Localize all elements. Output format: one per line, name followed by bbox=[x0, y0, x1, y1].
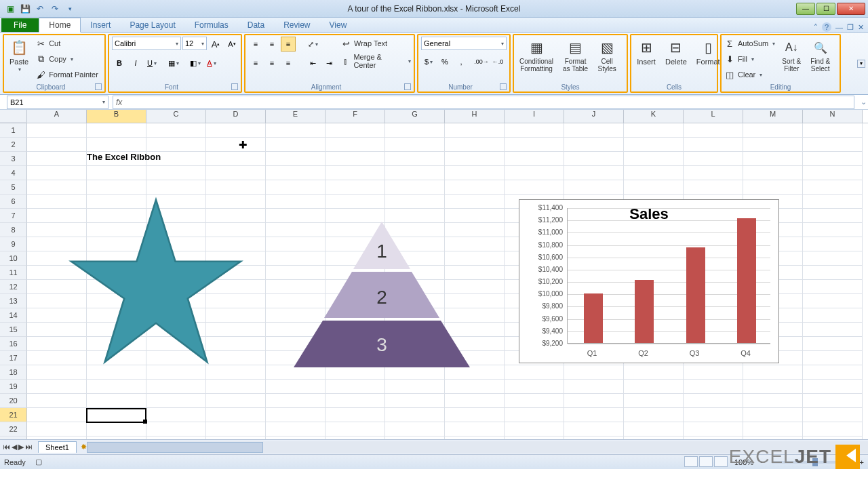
workbook-minimize-icon[interactable]: — bbox=[835, 23, 843, 31]
close-button[interactable]: ✕ bbox=[837, 3, 865, 15]
maximize-button[interactable]: ☐ bbox=[816, 3, 835, 15]
row-header-13[interactable]: 13 bbox=[0, 294, 27, 308]
clear-button[interactable]: ◫Clear▾ bbox=[724, 68, 775, 81]
align-center-button[interactable]: ≡ bbox=[264, 56, 279, 70]
column-header-A[interactable]: A bbox=[27, 110, 87, 123]
tab-data[interactable]: Data bbox=[238, 18, 274, 32]
expand-formula-bar[interactable]: ⌄ bbox=[859, 98, 868, 106]
view-buttons[interactable] bbox=[683, 456, 728, 468]
copy-button[interactable]: ⧉Copy▾ bbox=[35, 52, 98, 66]
row-header-18[interactable]: 18 bbox=[0, 365, 27, 380]
column-header-L[interactable]: L bbox=[684, 110, 743, 123]
sort-filter-button[interactable]: A↓Sort & Filter bbox=[779, 37, 804, 74]
grow-font-button[interactable]: A▴ bbox=[208, 37, 223, 52]
align-bottom-button[interactable]: ≡ bbox=[281, 37, 296, 52]
tab-formulas[interactable]: Formulas bbox=[185, 18, 238, 32]
column-header-H[interactable]: H bbox=[445, 110, 505, 123]
new-sheet-icon[interactable]: ✸ bbox=[81, 443, 87, 451]
sheet-nav-next[interactable]: ▶ bbox=[18, 443, 24, 451]
percent-format-button[interactable]: % bbox=[437, 54, 452, 69]
row-header-8[interactable]: 8 bbox=[0, 223, 27, 237]
bold-button[interactable]: B bbox=[112, 56, 127, 70]
tab-insert[interactable]: Insert bbox=[81, 18, 120, 32]
sheet-nav-first[interactable]: ⏮ bbox=[3, 443, 10, 451]
minimize-ribbon-icon[interactable]: ˄ bbox=[814, 23, 818, 32]
column-header-N[interactable]: N bbox=[803, 110, 863, 123]
decrease-indent-button[interactable]: ⇤ bbox=[305, 56, 320, 70]
orientation-button[interactable]: ⤢▾ bbox=[305, 37, 320, 52]
row-header-15[interactable]: 15 bbox=[0, 323, 27, 337]
dialog-launcher-alignment[interactable] bbox=[404, 83, 411, 90]
tab-view[interactable]: View bbox=[320, 18, 357, 32]
fill-color-button[interactable]: ◧▾ bbox=[188, 56, 203, 70]
tab-home[interactable]: Home bbox=[39, 18, 81, 33]
dialog-launcher-number[interactable] bbox=[500, 83, 507, 90]
column-header-D[interactable]: D bbox=[206, 110, 266, 123]
zoom-in-button[interactable]: + bbox=[860, 458, 864, 466]
row-header-19[interactable]: 19 bbox=[0, 380, 27, 394]
chart-bar-Q3[interactable] bbox=[686, 247, 705, 343]
row-header-12[interactable]: 12 bbox=[0, 280, 27, 294]
font-size-select[interactable]: 12▾ bbox=[182, 37, 207, 50]
format-cells-button[interactable]: ▯Format bbox=[694, 37, 723, 67]
merge-center-button[interactable]: ⫿Merge & Center▾ bbox=[340, 54, 411, 68]
align-middle-button[interactable]: ≡ bbox=[264, 37, 279, 52]
number-format-select[interactable]: General▾ bbox=[421, 37, 507, 50]
star-shape[interactable] bbox=[54, 195, 258, 371]
row-header-6[interactable]: 6 bbox=[0, 195, 27, 209]
row-header-16[interactable]: 16 bbox=[0, 337, 27, 351]
column-header-M[interactable]: M bbox=[743, 110, 803, 123]
decrease-decimal-button[interactable]: ←.0 bbox=[490, 54, 505, 69]
comma-format-button[interactable]: , bbox=[454, 54, 469, 69]
save-icon[interactable]: 💾 bbox=[19, 3, 31, 15]
align-left-button[interactable]: ≡ bbox=[248, 56, 263, 70]
conditional-formatting-button[interactable]: ▦Conditional Formatting bbox=[517, 37, 556, 74]
row-header-20[interactable]: 20 bbox=[0, 394, 27, 408]
row-header-3[interactable]: 3 bbox=[0, 152, 27, 166]
sheet-tab-sheet1[interactable]: Sheet1 bbox=[38, 441, 77, 453]
dialog-launcher-clipboard[interactable] bbox=[95, 83, 102, 90]
row-header-10[interactable]: 10 bbox=[0, 251, 27, 266]
column-header-E[interactable]: E bbox=[266, 110, 326, 123]
sheet-nav-prev[interactable]: ◀ bbox=[12, 443, 17, 451]
font-name-select[interactable]: Calibri▾ bbox=[112, 37, 181, 50]
align-top-button[interactable]: ≡ bbox=[248, 37, 263, 52]
embedded-chart[interactable]: Sales $11,400$11,200$11,000$10,800$10,60… bbox=[519, 199, 779, 363]
shrink-font-button[interactable]: A▾ bbox=[224, 37, 239, 52]
column-header-F[interactable]: F bbox=[326, 110, 385, 123]
paste-button[interactable]: 📋 Paste ▾ bbox=[7, 37, 31, 74]
row-header-9[interactable]: 9 bbox=[0, 237, 27, 251]
delete-cells-button[interactable]: ⊟Delete bbox=[663, 37, 690, 67]
font-color-button[interactable]: A▾ bbox=[204, 56, 219, 70]
row-header-11[interactable]: 11 bbox=[0, 266, 27, 280]
sheet-nav-last[interactable]: ⏭ bbox=[25, 443, 33, 451]
select-all-corner[interactable] bbox=[0, 110, 27, 123]
tab-review[interactable]: Review bbox=[274, 18, 319, 32]
fx-icon[interactable]: fx bbox=[116, 98, 122, 107]
row-header-2[interactable]: 2 bbox=[0, 138, 27, 152]
workbook-close-icon[interactable]: ✕ bbox=[858, 23, 864, 32]
row-header-21[interactable]: 21 bbox=[0, 408, 27, 422]
name-box[interactable]: B21▾ bbox=[7, 96, 108, 109]
align-right-button[interactable]: ≡ bbox=[281, 56, 296, 70]
cut-button[interactable]: ✂Cut bbox=[35, 37, 98, 50]
row-header-4[interactable]: 4 bbox=[0, 166, 27, 180]
format-painter-button[interactable]: 🖌Format Painter bbox=[35, 68, 98, 81]
tab-file[interactable]: File bbox=[1, 18, 39, 32]
workbook-restore-icon[interactable]: ❐ bbox=[847, 23, 854, 32]
help-icon[interactable]: ? bbox=[822, 22, 831, 32]
dialog-launcher-font[interactable] bbox=[231, 83, 238, 90]
accounting-format-button[interactable]: $▾ bbox=[421, 54, 436, 69]
row-header-1[interactable]: 1 bbox=[0, 123, 27, 138]
qat-customize-icon[interactable]: ▾ bbox=[64, 3, 76, 15]
undo-icon[interactable]: ↶ bbox=[34, 3, 46, 15]
row-header-5[interactable]: 5 bbox=[0, 180, 27, 195]
increase-decimal-button[interactable]: .00→ bbox=[474, 54, 489, 69]
chart-bar-Q2[interactable] bbox=[635, 280, 654, 343]
row-header-7[interactable]: 7 bbox=[0, 209, 27, 223]
row-header-22[interactable]: 22 bbox=[0, 422, 27, 436]
row-header-17[interactable]: 17 bbox=[0, 351, 27, 365]
pyramid-smartart[interactable]: 1 2 3 bbox=[277, 222, 487, 367]
increase-indent-button[interactable]: ⇥ bbox=[321, 56, 336, 70]
column-header-G[interactable]: G bbox=[385, 110, 445, 123]
